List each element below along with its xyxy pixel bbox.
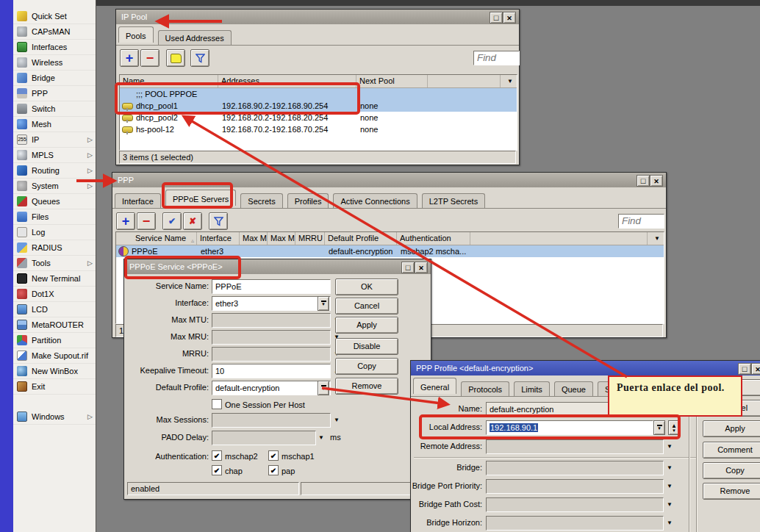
table-row-dhcp-pool1[interactable]: dhcp_pool1 192.168.90.2-192.168.90.254 n… (120, 100, 517, 112)
sidebar-item-make-supout[interactable]: Make Supout.rif (13, 348, 96, 364)
restore-button[interactable] (637, 175, 650, 187)
sidebar-item-switch[interactable]: Switch (13, 101, 96, 117)
ok-button[interactable]: OK (335, 278, 398, 295)
filter-button[interactable] (190, 49, 209, 67)
sidebar-item-queues[interactable]: Queues (13, 194, 96, 209)
restore-button[interactable] (738, 363, 751, 375)
tab-l2tp-secrets[interactable]: L2TP Secrets (422, 193, 485, 208)
max-sessions-field[interactable] (212, 413, 331, 428)
remote-address-dropdown-icon[interactable] (667, 444, 673, 450)
column-options-button[interactable] (501, 75, 517, 87)
sidebar-item-quick-set[interactable]: Quick Set (13, 9, 96, 24)
tab-interface[interactable]: Interface (115, 193, 161, 208)
service-name-field[interactable]: PPPoE (212, 279, 331, 294)
default-profile-dropdown-button[interactable] (318, 381, 329, 395)
tab-queue[interactable]: Queue (554, 381, 593, 396)
sidebar-item-tools[interactable]: Tools (13, 256, 96, 271)
disable-button[interactable]: Disable (335, 338, 398, 355)
sidebar-item-routing[interactable]: Routing (13, 163, 96, 179)
max-mtu-field[interactable] (212, 313, 331, 328)
sidebar-item-files[interactable]: Files (13, 209, 96, 225)
disable-button[interactable] (183, 212, 202, 230)
remove-button[interactable] (140, 49, 159, 67)
sidebar-item-log[interactable]: Log (13, 225, 96, 240)
column-header-authentication[interactable]: Authentication (397, 232, 470, 245)
copy-button[interactable]: Copy (703, 462, 760, 479)
add-button[interactable] (120, 49, 139, 67)
one-session-per-host-checkbox[interactable] (212, 399, 222, 409)
sidebar-item-mesh[interactable]: Mesh (13, 117, 96, 132)
enable-button[interactable] (162, 212, 182, 230)
max-sessions-dropdown-icon[interactable] (334, 417, 340, 423)
local-address-dropdown-button[interactable] (653, 420, 665, 435)
bridge-dropdown-icon[interactable] (667, 465, 673, 471)
remote-address-field[interactable] (486, 439, 664, 454)
pppoe-service-titlebar[interactable]: PPPoE Service <PPPoE> (124, 259, 431, 274)
ppp-profile-titlebar[interactable]: PPP Profile <default-encryption> (411, 361, 760, 375)
sidebar-item-windows[interactable]: Windows (13, 409, 96, 425)
column-header-max-mtu[interactable]: Max MTU (240, 232, 268, 245)
sidebar-item-metarouter[interactable]: MetaROUTER (13, 317, 96, 333)
tab-limits[interactable]: Limits (514, 381, 550, 396)
sidebar-item-mpls[interactable]: MPLS (13, 148, 96, 163)
table-row-dhcp-pool2[interactable]: dhcp_pool2 192.168.20.2-192.168.20.254 n… (120, 112, 517, 123)
close-button[interactable] (751, 363, 760, 375)
bridge-horizon-field[interactable] (486, 516, 664, 531)
column-header-interface[interactable]: Interface (197, 232, 240, 245)
local-address-up-button[interactable] (668, 420, 680, 435)
sidebar-item-capsman[interactable]: CAPsMAN (13, 24, 96, 40)
mrru-field[interactable] (212, 347, 331, 362)
add-button[interactable] (116, 212, 135, 230)
restore-button[interactable] (490, 12, 503, 24)
remove-button[interactable] (137, 212, 156, 230)
close-button[interactable] (503, 12, 516, 24)
default-profile-field[interactable]: default-encryption (212, 381, 331, 395)
ip-pool-titlebar[interactable]: IP Pool (116, 10, 519, 24)
filter-button[interactable] (209, 212, 228, 230)
interface-dropdown-button[interactable] (318, 296, 329, 311)
sidebar-item-dot1x[interactable]: Dot1X (13, 287, 96, 302)
remove-button[interactable]: Remove (703, 483, 760, 500)
column-header-max-mru[interactable]: Max MRU (268, 232, 295, 245)
pado-delay-field[interactable] (212, 431, 316, 445)
chap-checkbox[interactable] (212, 465, 222, 475)
sidebar-item-lcd[interactable]: LCD (13, 302, 96, 317)
column-header-name[interactable]: Name (120, 75, 218, 87)
table-row-pppoe-service[interactable]: PPPoE ether3 default-encryption mschap2 … (116, 245, 664, 257)
pap-checkbox[interactable] (268, 465, 279, 475)
max-mru-field[interactable] (212, 330, 331, 345)
sidebar-item-wireless[interactable]: Wireless (13, 55, 96, 71)
cancel-button[interactable]: Cancel (335, 298, 398, 314)
column-header-next-pool[interactable]: Next Pool (356, 75, 428, 87)
close-button[interactable] (650, 175, 663, 187)
sidebar-item-partition[interactable]: Partition (13, 333, 96, 348)
apply-button[interactable]: Apply (335, 317, 398, 334)
bridge-path-cost-field[interactable] (486, 497, 664, 512)
bridge-path-cost-dropdown-icon[interactable] (667, 502, 673, 508)
bridge-port-priority-field[interactable] (486, 479, 664, 494)
tab-pppoe-servers[interactable]: PPPoE Servers (165, 190, 236, 206)
tab-pools[interactable]: Pools (118, 26, 154, 43)
table-row-hs-pool-12[interactable]: hs-pool-12 192.168.70.2-192.168.70.254 n… (120, 123, 517, 135)
comment-button[interactable] (166, 49, 185, 67)
tab-profiles[interactable]: Profiles (287, 193, 329, 208)
close-button[interactable] (415, 262, 428, 273)
tab-used-addresses[interactable]: Used Addresses (158, 30, 232, 45)
column-header-service-name[interactable]: Service Name (132, 232, 197, 245)
sidebar-item-ip[interactable]: IP (13, 132, 96, 148)
sidebar-item-exit[interactable]: Exit (13, 379, 96, 395)
sidebar-item-radius[interactable]: RADIUS (13, 240, 96, 256)
column-header-default-profile[interactable]: Default Profile (325, 232, 397, 245)
bridge-port-priority-dropdown-icon[interactable] (667, 484, 673, 489)
find-input[interactable] (618, 214, 664, 229)
find-input[interactable] (473, 51, 520, 65)
bridge-horizon-dropdown-icon[interactable] (667, 520, 673, 526)
ppp-titlebar[interactable]: PPP (112, 173, 666, 187)
table-row-comment[interactable]: ;;; POOL PPPOE (120, 88, 517, 100)
column-options-button[interactable] (648, 232, 664, 245)
copy-button[interactable]: Copy (335, 358, 398, 375)
mschap2-checkbox[interactable] (212, 450, 222, 461)
sidebar-item-interfaces[interactable]: Interfaces (13, 40, 96, 55)
local-address-field[interactable]: 192.168.90.1 (486, 420, 653, 435)
restore-button[interactable] (401, 262, 415, 273)
